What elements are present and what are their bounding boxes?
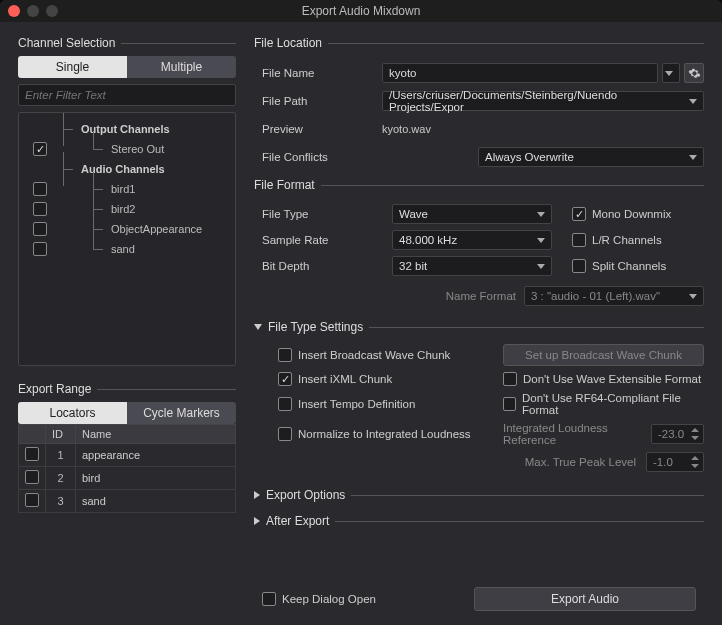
max-peak-label: Max. True Peak Level	[525, 456, 636, 468]
sample-rate-dropdown[interactable]: 48.000 kHz	[392, 230, 552, 250]
checkbox-objectappearance[interactable]	[33, 222, 47, 236]
checkbox-insert-tempo[interactable]	[278, 397, 292, 411]
channel-tree: Output Channels Stereo Out Audio Channel…	[18, 112, 236, 366]
file-path-dropdown[interactable]: /Users/criuser/Documents/Steinberg/Nuend…	[382, 91, 704, 111]
range-table: ID Name 1 appearance 2 bird	[18, 424, 236, 513]
insert-bwc-label: Insert Broadcast Wave Chunk	[298, 349, 450, 361]
tree-item[interactable]: bird2	[111, 203, 135, 215]
checkbox-lr-channels[interactable]	[572, 233, 586, 247]
checkbox-keep-dialog-open[interactable]	[262, 592, 276, 606]
lr-channels-label: L/R Channels	[592, 234, 662, 246]
checkbox-insert-bwc[interactable]	[278, 348, 292, 362]
disclose-file-type-settings[interactable]: File Type Settings	[254, 320, 704, 334]
sample-rate-label: Sample Rate	[262, 234, 382, 246]
loudness-ref-stepper[interactable]: -23.0	[651, 424, 704, 444]
row-checkbox[interactable]	[25, 470, 39, 484]
file-conflicts-label: File Conflicts	[262, 151, 372, 163]
table-row[interactable]: 1 appearance	[19, 444, 236, 467]
dont-rf64-label: Don't Use RF64-Compliant File Format	[522, 392, 704, 416]
chevron-right-icon	[254, 491, 260, 499]
file-format-header: File Format	[254, 178, 315, 192]
gear-icon[interactable]	[684, 63, 704, 83]
checkbox-normalize[interactable]	[278, 427, 292, 441]
chevron-right-icon	[254, 517, 260, 525]
row-checkbox[interactable]	[25, 447, 39, 461]
chevron-down-icon	[254, 324, 262, 330]
preview-label: Preview	[262, 123, 372, 135]
checkbox-split-channels[interactable]	[572, 259, 586, 273]
checkbox-insert-ixml[interactable]	[278, 372, 292, 386]
setup-bwc-button: Set up Broadcast Wave Chunk	[503, 344, 704, 366]
table-row[interactable]: 3 sand	[19, 490, 236, 513]
dont-wave-ext-label: Don't Use Wave Extensible Format	[523, 373, 701, 385]
tab-single[interactable]: Single	[18, 56, 127, 78]
titlebar: Export Audio Mixdown	[0, 0, 722, 22]
file-location-header: File Location	[254, 36, 322, 50]
split-channels-label: Split Channels	[592, 260, 666, 272]
loudness-ref-label: Integrated Loudness Reference	[503, 422, 641, 446]
tree-item[interactable]: ObjectAppearance	[111, 223, 202, 235]
file-type-dropdown[interactable]: Wave	[392, 204, 552, 224]
max-peak-stepper[interactable]: -1.0	[646, 452, 704, 472]
export-range-header: Export Range	[18, 382, 91, 396]
tab-cycle-markers[interactable]: Cycle Markers	[127, 402, 236, 424]
tree-stereo-out[interactable]: Stereo Out	[111, 143, 164, 155]
filter-input[interactable]	[18, 84, 236, 106]
row-checkbox[interactable]	[25, 493, 39, 507]
export-audio-button[interactable]: Export Audio	[474, 587, 696, 611]
disclose-export-options[interactable]: Export Options	[254, 488, 704, 502]
bit-depth-dropdown[interactable]: 32 bit	[392, 256, 552, 276]
insert-ixml-label: Insert iXML Chunk	[298, 373, 392, 385]
tab-locators[interactable]: Locators	[18, 402, 127, 424]
name-format-dropdown[interactable]: 3 : "audio - 01 (Left).wav"	[524, 286, 704, 306]
normalize-label: Normalize to Integrated Loudness	[298, 428, 471, 440]
keep-dialog-open-label: Keep Dialog Open	[282, 593, 376, 605]
bit-depth-label: Bit Depth	[262, 260, 382, 272]
col-id: ID	[46, 425, 76, 444]
file-conflicts-dropdown[interactable]: Always Overwrite	[478, 147, 704, 167]
tree-item[interactable]: sand	[111, 243, 135, 255]
window-title: Export Audio Mixdown	[0, 4, 722, 18]
file-name-input[interactable]	[382, 63, 658, 83]
checkbox-stereo-out[interactable]	[33, 142, 47, 156]
channel-selection-header: Channel Selection	[18, 36, 115, 50]
insert-tempo-label: Insert Tempo Definition	[298, 398, 415, 410]
tab-multiple[interactable]: Multiple	[127, 56, 236, 78]
checkbox-sand[interactable]	[33, 242, 47, 256]
mono-downmix-label: Mono Downmix	[592, 208, 671, 220]
checkbox-bird2[interactable]	[33, 202, 47, 216]
file-name-label: File Name	[262, 67, 372, 79]
tree-output-channels: Output Channels	[81, 123, 170, 135]
col-name: Name	[76, 425, 236, 444]
table-row[interactable]: 2 bird	[19, 467, 236, 490]
checkbox-bird1[interactable]	[33, 182, 47, 196]
file-path-label: File Path	[262, 95, 372, 107]
file-name-dropdown[interactable]	[662, 63, 680, 83]
checkbox-mono-downmix[interactable]	[572, 207, 586, 221]
preview-value: kyoto.wav	[382, 123, 431, 135]
checkbox-dont-rf64[interactable]	[503, 397, 516, 411]
file-type-label: File Type	[262, 208, 382, 220]
checkbox-dont-wave-ext[interactable]	[503, 372, 517, 386]
disclose-after-export[interactable]: After Export	[254, 514, 704, 528]
name-format-label: Name Format	[446, 290, 516, 302]
tree-item[interactable]: bird1	[111, 183, 135, 195]
